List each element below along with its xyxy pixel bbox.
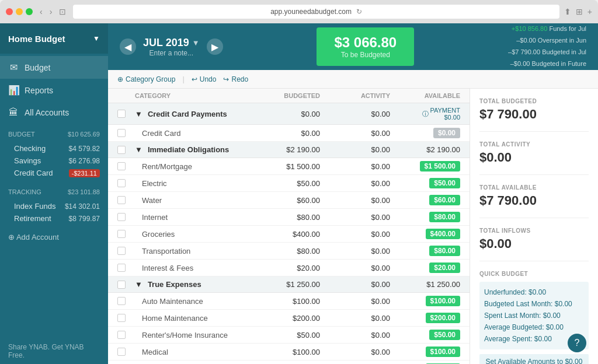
group-budgeted-3: $1 250.00 (250, 280, 320, 289)
sidebar-item-all-accounts[interactable]: 🏛 All Accounts (0, 102, 108, 124)
header-activity: ACTIVITY (320, 92, 390, 99)
checkbox-credit-card[interactable] (117, 129, 135, 137)
sidebar-item-reports[interactable]: 📊 Reports (0, 79, 108, 102)
total-available-section: TOTAL AVAILABLE $7 790.00 (479, 184, 589, 218)
chevron-icon-2: ▼ (135, 145, 142, 154)
sidebar-tracking-header: TRACKING $23 101.88 (8, 188, 100, 195)
new-tab-button[interactable]: ⊞ (576, 7, 583, 16)
quick-budget-last-month[interactable]: Budgeted Last Month: $0.00 (484, 298, 584, 310)
quick-budget-spent-last-month[interactable]: Spent Last Month: $0.00 (484, 310, 584, 321)
total-activity-label: TOTAL ACTIVITY (479, 141, 589, 148)
row-renters-insurance: Renter's/Home Insurance $50.00 $0.00 $50… (108, 327, 470, 344)
group-checkbox-2[interactable] (117, 146, 135, 154)
share-button[interactable]: ⬆ (564, 7, 571, 16)
main-content: ◀ JUL 2019 ▼ Enter a note... ▶ $3 066.80… (108, 23, 598, 364)
add-account-container[interactable]: ⊕ Add Account (0, 229, 108, 245)
maximize-traffic-light[interactable] (26, 8, 33, 15)
group-checkbox-1[interactable] (117, 110, 135, 118)
header-available: AVAILABLE (390, 92, 460, 99)
address-bar[interactable]: app.youneedabudget.com ↻ (73, 5, 559, 19)
category-group-button[interactable]: ⊕ Category Group (117, 75, 175, 83)
checkbox-internet[interactable] (117, 213, 135, 221)
group-checkbox-3[interactable] (117, 281, 135, 289)
cat-budgeted-renters[interactable]: $50.00 (250, 331, 320, 340)
reload-icon[interactable]: ↻ (356, 8, 362, 16)
account-balance-savings: $6 276.98 (69, 157, 100, 165)
sidebar-item-budget[interactable]: ✉ Budget (0, 56, 108, 79)
app-container: Home Budget ▼ ✉ Budget 📊 Reports 🏛 All A… (0, 23, 598, 364)
sidebar-toggle-button[interactable]: ⊡ (57, 6, 68, 18)
budget-info-line1: +$10 856.80 Funds for Jul (508, 23, 586, 35)
row-internet: Internet $80.00 $0.00 $80.00 (108, 209, 470, 226)
checkbox-interest-fees[interactable] (117, 264, 135, 272)
next-month-button[interactable]: ▶ (207, 38, 223, 55)
share-ynab-text: Share YNAB. Get YNAB Free. (0, 338, 108, 364)
cat-budgeted-water[interactable]: $60.00 (250, 196, 320, 205)
sidebar-account-retirement[interactable]: Retirement $8 799.87 (0, 212, 108, 225)
cat-available-water: $60.00 (390, 195, 460, 205)
minimize-traffic-light[interactable] (16, 8, 23, 15)
sidebar-item-reports-label: Reports (25, 86, 53, 95)
group-activity-1: $0.00 (320, 110, 390, 118)
sidebar-account-savings[interactable]: Savings $6 276.98 (0, 155, 108, 167)
group-activity-2: $0.00 (320, 145, 390, 154)
checkbox-auto[interactable] (117, 297, 135, 305)
budget-section-label: BUDGET (8, 131, 35, 138)
month-dropdown-icon[interactable]: ▼ (192, 38, 200, 47)
cat-budgeted-auto[interactable]: $100.00 (250, 297, 320, 306)
cat-budgeted-rent[interactable]: $1 500.00 (250, 162, 320, 171)
cat-budgeted-home-maint[interactable]: $200.00 (250, 314, 320, 323)
quick-budget-underfunded[interactable]: Underfunded: $0.00 (484, 286, 584, 298)
checkbox-home-maint[interactable] (117, 314, 135, 322)
back-button[interactable]: ‹ (37, 6, 45, 18)
month-note[interactable]: Enter a note... (143, 49, 200, 57)
checkbox-groceries[interactable] (117, 230, 135, 238)
right-panel: TOTAL BUDGETED $7 790.00 TOTAL ACTIVITY … (470, 89, 598, 364)
help-icon: ? (575, 338, 580, 348)
checkbox-electric[interactable] (117, 179, 135, 187)
checkbox-medical[interactable] (117, 348, 135, 356)
help-button[interactable]: ? (568, 334, 586, 352)
checkbox-transportation[interactable] (117, 247, 135, 255)
cat-activity-interest-fees: $0.00 (320, 264, 390, 272)
forward-button[interactable]: › (47, 6, 55, 18)
undo-label: Undo (200, 75, 217, 83)
tracking-section-total: $23 101.88 (68, 188, 100, 195)
sidebar-account-index-funds[interactable]: Index Funds $14 302.01 (0, 200, 108, 212)
cat-budgeted-credit-card[interactable]: $0.00 (250, 129, 320, 138)
chevron-icon: ▼ (135, 110, 142, 118)
cat-budgeted-interest-fees[interactable]: $20.00 (250, 264, 320, 272)
total-available-value: $7 790.00 (479, 193, 589, 208)
cat-budgeted-electric[interactable]: $50.00 (250, 179, 320, 188)
cat-budgeted-groceries[interactable]: $400.00 (250, 230, 320, 239)
budget-info-line2: –$0.00 Overspent in Jun (508, 35, 586, 47)
checkbox-rent[interactable] (117, 162, 135, 170)
add-account-button[interactable]: ⊕ Add Account (8, 233, 59, 242)
row-credit-card: Credit Card $0.00 $0.00 $0.00 (108, 125, 470, 142)
sidebar-item-all-accounts-label: All Accounts (25, 108, 69, 117)
cat-name-groceries: Groceries (135, 230, 250, 239)
sidebar-dropdown-icon[interactable]: ▼ (93, 34, 100, 43)
sidebar-account-credit-card[interactable]: Credit Card -$231.11 (0, 167, 108, 179)
total-inflows-section: TOTAL INFLOWS $0.00 (479, 228, 589, 261)
close-traffic-light[interactable] (6, 8, 13, 15)
sidebar-tracking-section: TRACKING $23 101.88 (0, 184, 108, 200)
all-accounts-icon: 🏛 (8, 107, 19, 118)
cat-budgeted-transportation[interactable]: $80.00 (250, 247, 320, 256)
sidebar-budget-section: BUDGET $10 625.69 (0, 126, 108, 142)
redo-button[interactable]: ↪ Redo (223, 75, 248, 83)
checkbox-water[interactable] (117, 196, 135, 204)
set-available-amounts-button[interactable]: Set Available Amounts to $0.00 (479, 354, 589, 364)
cat-budgeted-medical[interactable]: $100.00 (250, 348, 320, 356)
undo-button[interactable]: ↩ Undo (192, 75, 217, 83)
quick-budget-avg-budgeted[interactable]: Average Budgeted: $0.00 (484, 321, 584, 333)
prev-month-button[interactable]: ◀ (120, 38, 136, 55)
add-tab-button[interactable]: + (587, 7, 592, 16)
cat-available-groceries: $400.00 (390, 229, 460, 239)
total-activity-section: TOTAL ACTIVITY $0.00 (479, 141, 589, 175)
cat-budgeted-internet[interactable]: $80.00 (250, 213, 320, 222)
cat-available-home-maint: $200.00 (390, 313, 460, 323)
account-name-retirement: Retirement (14, 214, 51, 223)
sidebar-account-checking[interactable]: Checking $4 579.82 (0, 142, 108, 155)
checkbox-renters[interactable] (117, 331, 135, 339)
